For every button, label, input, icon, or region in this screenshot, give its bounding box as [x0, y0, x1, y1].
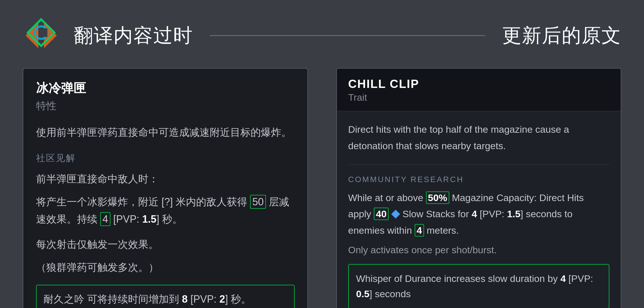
- community-header-zh: 社区见解: [36, 152, 295, 164]
- highlight-50-en: 50%: [426, 191, 449, 204]
- highlight-40-en: 40: [374, 208, 389, 220]
- whisper-box-zh: 耐久之吟 可将持续时间增加到 8 [PVP: 2] 秒。: [36, 285, 295, 308]
- content: 冰冷弹匣 特性 使用前半弹匣弹药直接命中可造成减速附近目标的爆炸。 社区见解 前…: [23, 68, 621, 308]
- svg-rect-4: [41, 28, 47, 37]
- highlight-4-zh: 4: [100, 212, 110, 226]
- card-desc-zh: 使用前半弹匣弹药直接命中可造成减速附近目标的爆炸。: [36, 124, 295, 141]
- once-text: Only activates once per shot/burst.: [348, 244, 610, 256]
- community-text-line2: 将产生一个冰影爆炸，附近 [?] 米内的敌人获得 50 层减速效果。持续 4 […: [36, 193, 295, 228]
- card-desc-en: Direct hits with the top half of the mag…: [348, 121, 610, 165]
- community-text-line4: （狼群弹药可触发多次。）: [36, 259, 295, 276]
- community-text-line1: 前半弹匣直接命中敌人时：: [36, 170, 295, 187]
- card-right-body: Direct hits with the top half of the mag…: [337, 111, 621, 308]
- card-subtitle-en: Trait: [348, 92, 610, 103]
- card-right: CHILL CLIP Trait Direct hits with the to…: [336, 68, 622, 308]
- right-panel: CHILL CLIP Trait Direct hits with the to…: [336, 68, 622, 308]
- card-title-zh: 冰冷弹匣: [36, 80, 295, 97]
- highlight-50-zh: 50: [250, 195, 266, 209]
- header-divider: [210, 35, 485, 36]
- header: 翻译内容过时 更新后的原文: [23, 17, 621, 54]
- community-text-line3: 每次射击仅触发一次效果。: [36, 236, 295, 253]
- card-title-en: CHILL CLIP: [348, 77, 610, 91]
- community-text-en: While at or above 50% Magazine Capacity:…: [348, 190, 610, 239]
- whisper-box-en: Whisper of Durance increases slow durati…: [348, 264, 610, 308]
- header-title-right: 更新后的原文: [502, 23, 621, 48]
- community-header-en: COMMUNITY RESEARCH: [348, 175, 610, 184]
- diamond-icon: [391, 210, 400, 219]
- left-panel: 冰冷弹匣 特性 使用前半弹匣弹药直接命中可造成减速附近目标的爆炸。 社区见解 前…: [23, 68, 308, 308]
- card-left: 冰冷弹匣 特性 使用前半弹匣弹药直接命中可造成减速附近目标的爆炸。 社区见解 前…: [23, 68, 308, 308]
- card-subtitle-zh: 特性: [36, 99, 295, 113]
- header-title-left: 翻译内容过时: [74, 23, 193, 48]
- card-right-header: CHILL CLIP Trait: [337, 69, 621, 111]
- highlight-4m-en: 4: [415, 224, 424, 237]
- logo: [23, 17, 60, 54]
